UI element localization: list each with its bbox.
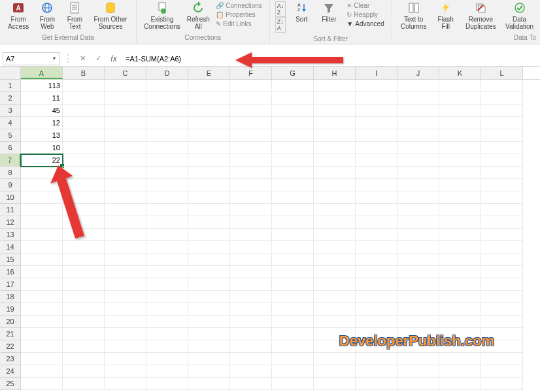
cell-K17[interactable]: [439, 278, 481, 291]
cell-C6[interactable]: [105, 142, 146, 154]
cell-G1[interactable]: [272, 80, 314, 92]
cell-D21[interactable]: [146, 328, 188, 340]
cell-L12[interactable]: [481, 216, 523, 229]
cell-E22[interactable]: [188, 340, 230, 353]
name-box[interactable]: A7 ▼: [3, 52, 60, 65]
select-all-corner[interactable]: [0, 67, 21, 79]
cell-H14[interactable]: [314, 241, 356, 253]
cell-K3[interactable]: [439, 105, 481, 117]
cell-J25[interactable]: [397, 378, 439, 390]
cell-I18[interactable]: [356, 291, 397, 303]
cell-K15[interactable]: [439, 253, 481, 266]
cell-E8[interactable]: [188, 167, 230, 179]
cell-H10[interactable]: [314, 191, 356, 204]
cell-D25[interactable]: [146, 378, 188, 390]
cell-A18[interactable]: [21, 291, 63, 303]
row-header-20[interactable]: 20: [0, 316, 21, 328]
cell-D14[interactable]: [146, 241, 188, 253]
cell-I9[interactable]: [356, 179, 397, 191]
row-header-3[interactable]: 3: [0, 105, 21, 117]
cell-E12[interactable]: [188, 216, 230, 229]
cell-C9[interactable]: [105, 179, 146, 191]
cell-C16[interactable]: [105, 266, 146, 278]
cell-J2[interactable]: [397, 92, 439, 105]
row-header-11[interactable]: 11: [0, 204, 21, 216]
cell-E25[interactable]: [188, 378, 230, 390]
cell-I15[interactable]: [356, 253, 397, 266]
cell-F16[interactable]: [230, 266, 272, 278]
cell-E23[interactable]: [188, 353, 230, 365]
cell-L9[interactable]: [481, 179, 523, 191]
from-text-button[interactable]: From Text: [61, 0, 88, 31]
cell-I5[interactable]: [356, 129, 397, 142]
row-header-6[interactable]: 6: [0, 142, 21, 154]
cell-G14[interactable]: [272, 241, 314, 253]
cell-L18[interactable]: [481, 291, 523, 303]
cell-H24[interactable]: [314, 365, 356, 378]
cell-E7[interactable]: [188, 154, 230, 167]
cell-B5[interactable]: [63, 129, 105, 142]
cell-H13[interactable]: [314, 229, 356, 241]
cell-K19[interactable]: [439, 303, 481, 316]
edit-links-small-button[interactable]: ✎Edit Links: [214, 20, 264, 28]
cell-H17[interactable]: [314, 278, 356, 291]
cell-D24[interactable]: [146, 365, 188, 378]
cell-H12[interactable]: [314, 216, 356, 229]
cell-I12[interactable]: [356, 216, 397, 229]
cell-H15[interactable]: [314, 253, 356, 266]
sort-az-button[interactable]: A↓Z: [275, 1, 286, 17]
cell-J20[interactable]: [397, 316, 439, 328]
cell-C21[interactable]: [105, 328, 146, 340]
row-header-16[interactable]: 16: [0, 266, 21, 278]
refresh-all-button[interactable]: Refresh All: [185, 0, 211, 31]
row-header-7[interactable]: 7: [0, 154, 21, 167]
connections-small-button[interactable]: 🔗Connections: [214, 1, 264, 10]
text-to-columns-button[interactable]: Text to Columns: [396, 0, 431, 31]
cell-A24[interactable]: [21, 365, 63, 378]
cell-E14[interactable]: [188, 241, 230, 253]
row-header-12[interactable]: 12: [0, 216, 21, 229]
cell-F17[interactable]: [230, 278, 272, 291]
cell-E11[interactable]: [188, 204, 230, 216]
cell-H3[interactable]: [314, 105, 356, 117]
cell-L1[interactable]: [481, 80, 523, 92]
cell-A16[interactable]: [21, 266, 63, 278]
cell-B24[interactable]: [63, 365, 105, 378]
cell-A3[interactable]: 45: [21, 105, 63, 117]
column-header-L[interactable]: L: [481, 67, 523, 79]
row-header-5[interactable]: 5: [0, 129, 21, 142]
cell-H1[interactable]: [314, 80, 356, 92]
cell-C1[interactable]: [105, 80, 146, 92]
cell-E17[interactable]: [188, 278, 230, 291]
cell-B16[interactable]: [63, 266, 105, 278]
cell-D10[interactable]: [146, 191, 188, 204]
cell-E16[interactable]: [188, 266, 230, 278]
from-access-button[interactable]: A From Access: [4, 0, 33, 31]
cell-B1[interactable]: [63, 80, 105, 92]
flash-fill-button[interactable]: Flash Fill: [433, 0, 459, 31]
cell-E13[interactable]: [188, 229, 230, 241]
cell-B2[interactable]: [63, 92, 105, 105]
cell-J24[interactable]: [397, 365, 439, 378]
cell-J23[interactable]: [397, 353, 439, 365]
dropdown-icon[interactable]: ▼: [52, 56, 57, 61]
cell-A2[interactable]: 11: [21, 92, 63, 105]
cell-G24[interactable]: [272, 365, 314, 378]
cell-A25[interactable]: [21, 378, 63, 390]
cell-D13[interactable]: [146, 229, 188, 241]
from-other-sources-button[interactable]: From Other Sources: [89, 0, 131, 31]
row-header-22[interactable]: 22: [0, 340, 21, 353]
cell-C14[interactable]: [105, 241, 146, 253]
cell-I13[interactable]: [356, 229, 397, 241]
cell-K16[interactable]: [439, 266, 481, 278]
cell-F22[interactable]: [230, 340, 272, 353]
cell-C19[interactable]: [105, 303, 146, 316]
row-header-23[interactable]: 23: [0, 353, 21, 365]
cell-F15[interactable]: [230, 253, 272, 266]
cell-A17[interactable]: [21, 278, 63, 291]
cell-A21[interactable]: [21, 328, 63, 340]
cell-C24[interactable]: [105, 365, 146, 378]
cell-F21[interactable]: [230, 328, 272, 340]
cell-K7[interactable]: [439, 154, 481, 167]
row-header-9[interactable]: 9: [0, 179, 21, 191]
